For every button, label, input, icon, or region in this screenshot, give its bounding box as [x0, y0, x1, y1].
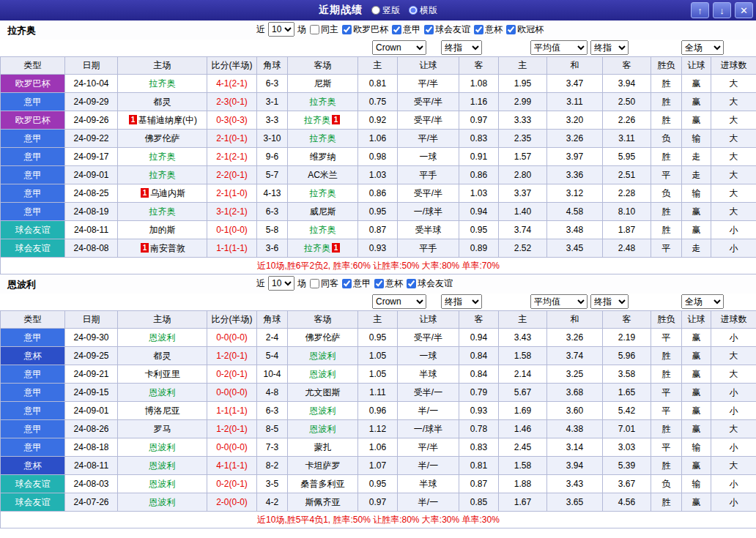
asia-home-odds: 0.97 [358, 493, 398, 512]
corner-score: 2-4 [257, 329, 288, 347]
asia-home-odds: 1.07 [358, 457, 398, 475]
result-outcome: 平 [651, 384, 682, 402]
result-handicap: 赢 [682, 203, 711, 221]
filter-option-同客[interactable]: 同客 [310, 277, 338, 290]
filter-checkbox[interactable] [392, 25, 401, 34]
view-option-horizontal[interactable]: 横版 [409, 4, 437, 17]
euro-draw-odds: 4.58 [547, 203, 603, 221]
team-name-text: 卡坦萨罗 [305, 460, 341, 471]
result-goals: 小 [711, 329, 756, 347]
filter-option-欧冠杯[interactable]: 欧冠杯 [506, 23, 544, 36]
euro-away-odds: 2.48 [603, 239, 651, 258]
odds-select-0[interactable]: Crown [372, 294, 426, 309]
move-down-button[interactable]: ↓ [713, 2, 731, 18]
filter-checkbox[interactable] [342, 279, 352, 288]
euro-away-odds: 7.01 [603, 420, 651, 438]
home-team: 恩波利 [118, 438, 207, 457]
asia-away-odds: 0.97 [459, 111, 499, 130]
view-option-vertical[interactable]: 竖版 [371, 4, 400, 17]
filter-checkbox[interactable] [506, 25, 516, 34]
asia-handicap: 平/半 [398, 75, 459, 93]
home-team: 恩波利 [118, 457, 207, 475]
recent-count-select[interactable]: 10 [268, 22, 294, 37]
result-outcome: 胜 [651, 420, 682, 438]
euro-away-odds: 5.96 [603, 347, 651, 365]
horizontal-layout-radio[interactable] [409, 6, 418, 15]
match-row: 意甲24-09-01博洛尼亚1-1(1-1)6-3恩波利0.96半/一0.931… [1, 402, 756, 420]
team-name-text: 斯佩齐亚 [305, 497, 341, 507]
asia-home-odds: 1.11 [358, 384, 398, 402]
filter-option-意杯[interactable]: 意杯 [474, 23, 503, 36]
match-row: 欧罗巴杯24-10-04拉齐奥4-1(2-1)6-3尼斯0.81平/半1.081… [1, 75, 756, 93]
column-header: 进球数 [711, 311, 756, 329]
team-name-text: 恩波利 [149, 479, 176, 489]
match-score: 1-1(1-1) [207, 239, 257, 258]
filter-checkbox[interactable] [474, 25, 483, 34]
match-date: 24-08-19 [65, 203, 118, 221]
result-outcome: 胜 [651, 221, 682, 239]
column-header: 让球 [398, 311, 459, 329]
filter-checkbox[interactable] [424, 25, 434, 34]
odds-select-2[interactable]: 平均值 [530, 294, 588, 309]
filter-option-意杯[interactable]: 意杯 [374, 277, 403, 290]
competition-badge: 意甲 [1, 384, 65, 402]
team-name-text: 拉齐奥 [304, 243, 330, 253]
odds-select-2[interactable]: 平均值 [530, 40, 588, 55]
result-goals: 大 [711, 148, 756, 166]
asia-handicap: 受平/半 [398, 93, 459, 111]
filter-checkbox[interactable] [374, 279, 384, 288]
team-name-text: 佛罗伦萨 [145, 133, 180, 143]
filter-option-意甲[interactable]: 意甲 [392, 23, 420, 36]
match-date: 24-09-01 [65, 166, 118, 184]
team-name-text: 基辅迪纳摩(中) [138, 115, 197, 125]
filter-option-欧罗巴杯[interactable]: 欧罗巴杯 [342, 23, 388, 36]
euro-home-odds: 3.43 [499, 329, 547, 347]
filter-option-label: 球会友谊 [418, 277, 453, 290]
result-handicap: 赢 [682, 329, 711, 347]
asia-handicap: 一/球半 [398, 203, 459, 221]
column-header: 类型 [1, 311, 65, 329]
red-card-badge: 1 [141, 243, 149, 253]
filter-option-label: 意甲 [353, 277, 371, 290]
close-button[interactable]: ✕ [735, 2, 753, 18]
red-card-badge: 1 [141, 188, 149, 198]
filter-checkbox[interactable] [407, 279, 416, 288]
filter-option-同主[interactable]: 同主 [310, 23, 338, 36]
filter-option-意甲[interactable]: 意甲 [342, 277, 371, 290]
odds-select-3[interactable]: 终指 [590, 294, 629, 309]
away-team: 尤文图斯 [288, 384, 358, 402]
result-handicap: 走 [682, 148, 711, 166]
recent-prefix-label: 近 [256, 277, 265, 290]
result-outcome: 负 [651, 184, 682, 203]
odds-select-4[interactable]: 全场 [681, 294, 724, 309]
match-date: 24-09-21 [65, 365, 118, 384]
filter-option-球会友谊[interactable]: 球会友谊 [424, 23, 470, 36]
odds-select-0[interactable]: Crown [372, 40, 426, 55]
competition-badge: 欧罗巴杯 [1, 111, 65, 130]
summary-row: 近10场,胜6平2负2, 胜率:60% 让胜率:50% 大率:80% 单率:70… [1, 258, 756, 274]
filter-checkbox[interactable] [310, 279, 319, 288]
filter-checkbox[interactable] [342, 25, 352, 34]
filter-checkbox[interactable] [310, 25, 319, 34]
euro-home-odds: 1.67 [499, 493, 547, 512]
odds-select-3[interactable]: 终指 [590, 40, 629, 55]
odds-select-1[interactable]: 终指 [441, 40, 482, 55]
corner-score: 3-3 [257, 111, 288, 130]
away-team: 恩波利 [288, 420, 358, 438]
euro-home-odds: 3.33 [499, 111, 547, 130]
filter-option-球会友谊[interactable]: 球会友谊 [407, 277, 453, 290]
odds-select-1[interactable]: 终指 [441, 294, 482, 309]
asia-home-odds: 1.05 [358, 365, 398, 384]
odds-select-4[interactable]: 全场 [681, 40, 724, 55]
recent-count-select[interactable]: 10 [268, 276, 294, 291]
match-row: 意甲24-09-15恩波利0-0(0-0)4-8尤文图斯1.11受半/一0.79… [1, 384, 756, 402]
match-score: 2-3(0-1) [207, 93, 257, 111]
asia-handicap: 半球 [398, 475, 459, 493]
move-up-button[interactable]: ↑ [691, 2, 709, 18]
column-header: 和 [547, 311, 603, 329]
euro-home-odds: 1.58 [499, 347, 547, 365]
euro-away-odds: 3.11 [603, 130, 651, 148]
vertical-layout-radio[interactable] [371, 6, 380, 15]
topbar-buttons: ↑ ↓ ✕ [691, 2, 753, 18]
results-table: 类型日期主场比分(半场)角球客场主让球客主和客胜负让球进球数 欧罗巴杯24-10… [0, 56, 756, 274]
